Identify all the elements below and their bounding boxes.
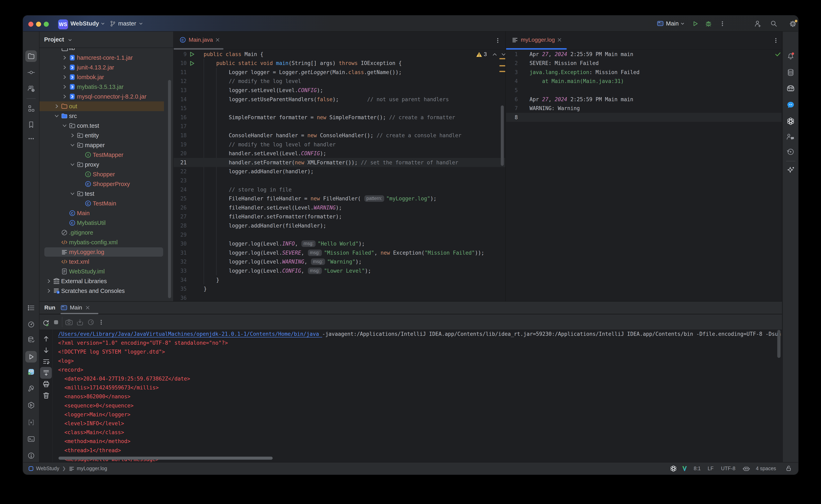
tool-strip-button-commit[interactable] <box>25 67 37 78</box>
tree-item-mybatis-3-5-13-jar[interactable]: mybatis-3.5.13.jar <box>39 82 173 92</box>
breadcrumb-file[interactable]: myLogger.log <box>77 466 107 471</box>
warning-stripe-mark[interactable] <box>499 71 505 72</box>
more-options-button[interactable] <box>98 319 104 326</box>
tree-chevron-down-icon[interactable] <box>69 161 76 168</box>
code-line-17[interactable]: 17 <box>174 122 505 131</box>
project-panel-title[interactable]: Project <box>44 32 72 48</box>
run-button[interactable] <box>692 20 699 27</box>
tree-item-main[interactable]: CMain <box>39 208 173 218</box>
code-area-mylogger-log[interactable]: 1Apr 27, 2024 2:25:59 PM Main main2SEVER… <box>506 50 782 301</box>
code-line-10[interactable]: 10 public static void main(String[] args… <box>174 59 505 68</box>
lock-icon[interactable] <box>785 463 792 474</box>
breadcrumb-project[interactable]: WebStudy <box>36 466 59 471</box>
tool-strip-button-ai-robot[interactable] <box>785 82 796 94</box>
tree-item-mybatisutil[interactable]: CMybatisUtil <box>39 218 173 228</box>
arrow-down-icon[interactable] <box>42 346 50 354</box>
code-line-23[interactable]: 23 <box>174 176 505 185</box>
tree-item-testmapper[interactable]: ITestMapper <box>39 150 173 160</box>
tree-chevron-right-icon[interactable] <box>45 278 52 285</box>
prev-warning-icon[interactable] <box>492 51 498 57</box>
tree-chevron-down-icon[interactable] <box>61 122 68 129</box>
tree-item-test[interactable]: test <box>39 189 173 199</box>
tree-chevron-right-icon[interactable] <box>45 287 52 294</box>
tree-item-scratches-and-consoles[interactable]: Scratches and Consoles <box>39 286 173 296</box>
tree-item-shopperproxy[interactable]: CShopperProxy <box>39 179 173 189</box>
code-line-24[interactable]: 24 // store log in file <box>174 185 505 194</box>
code-line-2[interactable]: 2SEVERE: Mission Failed <box>506 59 782 68</box>
tree-item-mapper[interactable]: mapper <box>39 140 173 150</box>
tree-item--gitignore[interactable]: .gitignore <box>39 228 173 237</box>
tree-item-hamcrest-core-1-1-jar[interactable]: hamcrest-core-1.1.jar <box>39 53 173 63</box>
console-vertical-scrollbar[interactable] <box>777 330 781 358</box>
run-line-gutter-icon[interactable] <box>188 60 196 67</box>
tool-strip-button-more-tool-windows[interactable] <box>25 133 37 144</box>
code-line-15[interactable]: 15 <box>174 104 505 113</box>
editor-scrollbar[interactable] <box>501 105 504 166</box>
tree-chevron-down-icon[interactable] <box>69 190 76 197</box>
arrow-up-icon[interactable] <box>42 335 50 343</box>
branch-chevron-icon[interactable] <box>138 21 143 26</box>
close-tab-icon[interactable] <box>557 37 562 43</box>
tool-strip-button-terminal[interactable] <box>25 433 37 445</box>
minimize-window-button[interactable] <box>36 22 41 27</box>
tree-item-out[interactable]: out <box>39 101 173 111</box>
code-line-16[interactable]: 16 SimpleFormatter formatter = new Simpl… <box>174 113 505 122</box>
tab-options-icon[interactable] <box>495 37 501 44</box>
project-chevron-icon[interactable] <box>100 21 105 26</box>
project-logo[interactable]: WS <box>58 19 68 29</box>
search-everywhere-button[interactable] <box>770 20 778 28</box>
tree-item-webstudy-iml[interactable]: WebStudy.iml <box>39 267 173 276</box>
console-line[interactable]: /Users/eve/Library/Java/JavaVirtualMachi… <box>58 330 782 338</box>
tree-chevron-right-icon[interactable] <box>69 132 76 139</box>
code-line-25[interactable]: 25 FileHandler fileHandler = new FileHan… <box>174 194 505 203</box>
tree-item-com-test[interactable]: com.test <box>39 121 173 131</box>
copilot-status-icon[interactable] <box>743 463 750 474</box>
tree-item-src[interactable]: src <box>39 111 173 121</box>
tree-item-lib[interactable]: lib <box>39 48 173 53</box>
file-encoding[interactable]: UTF-8 <box>721 463 735 474</box>
code-line-29[interactable]: 29 <box>174 230 505 239</box>
rerun-button[interactable] <box>41 319 50 327</box>
code-line-31[interactable]: 31 logger.log(Level.SEVERE, msg:"Mission… <box>174 248 505 257</box>
tree-chevron-right-icon[interactable] <box>61 74 68 81</box>
tool-strip-button-todo[interactable] <box>25 302 37 314</box>
code-line-13[interactable]: 13 logger.setLevel(Level.CONFIG); <box>174 86 505 95</box>
tool-strip-button-services[interactable] <box>25 417 37 428</box>
close-window-button[interactable] <box>28 22 33 27</box>
code-line-34[interactable]: 34 } <box>174 275 505 284</box>
code-line-30[interactable]: 30 logger.log(Level.INFO, msg:"Hello Wor… <box>174 239 505 248</box>
code-line-20[interactable]: 20 handler.setLevel(Level.CONFIG); <box>174 149 505 158</box>
tree-chevron-right-icon[interactable] <box>61 83 68 90</box>
tool-strip-button-chatgpt[interactable] <box>785 115 796 127</box>
tool-strip-button-problems[interactable] <box>25 450 37 461</box>
tree-item-junit-4-13-2-jar[interactable]: junit-4.13.2.jar <box>39 63 173 72</box>
code-area-main-java[interactable]: 9public class Main {10 public static voi… <box>174 50 505 301</box>
tab-main-java[interactable]: C Main.java <box>174 32 220 48</box>
tree-item-external-libraries[interactable]: External Libraries <box>39 276 173 286</box>
console-horizontal-scrollbar[interactable] <box>58 457 273 460</box>
tree-chevron-right-icon[interactable] <box>61 54 68 61</box>
warning-stripe-mark[interactable] <box>499 65 505 66</box>
project-view-chevron-icon[interactable] <box>68 38 72 43</box>
run-tab-main[interactable]: Main <box>61 302 90 314</box>
code-line-5[interactable]: 5 <box>506 86 782 95</box>
tool-strip-button-run[interactable] <box>25 351 37 363</box>
tree-item-testmain[interactable]: CTestMain <box>39 199 173 208</box>
v-plugin-icon[interactable] <box>681 463 688 474</box>
code-line-11[interactable]: 11 Logger logger = Logger.getLogger(Main… <box>174 68 505 77</box>
tree-item-entity[interactable]: entity <box>39 131 173 140</box>
tree-chevron-right-icon[interactable] <box>53 103 60 110</box>
stop-button[interactable] <box>52 319 60 326</box>
code-line-32[interactable]: 32 logger.log(Level.WARNING, msg:"Warnin… <box>174 257 505 266</box>
tool-strip-button-database[interactable] <box>785 67 796 78</box>
tool-strip-button-ai-assistant[interactable] <box>785 164 796 176</box>
code-line-26[interactable]: 26 fileHandler.setLevel(Level.WARNING); <box>174 203 505 212</box>
attach-button[interactable] <box>76 319 84 326</box>
scroll-end-icon[interactable] <box>42 369 50 377</box>
settings-button[interactable] <box>789 20 798 28</box>
soft-wrap-icon[interactable] <box>42 358 50 365</box>
branch-name[interactable]: master <box>118 16 136 32</box>
tree-item-shopper[interactable]: IShopper <box>39 169 173 179</box>
code-line-14[interactable]: 14 logger.setUseParentHandlers(false); /… <box>174 95 505 104</box>
project-tree-scrollbar[interactable] <box>168 80 171 298</box>
